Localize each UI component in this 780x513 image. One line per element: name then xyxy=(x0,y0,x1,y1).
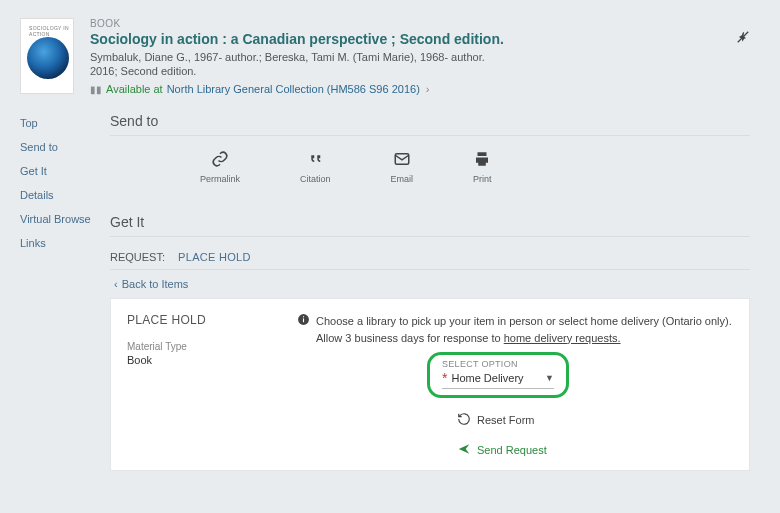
panel-title: PLACE HOLD xyxy=(127,313,277,327)
record-type-label: BOOK xyxy=(90,18,760,29)
hold-instruction: Choose a library to pick up your item in… xyxy=(297,313,733,346)
cover-thumbnail: SOCIOLOGY IN ACTION xyxy=(20,18,74,94)
info-icon xyxy=(297,313,310,346)
pickup-select[interactable]: * Home Delivery ▼ xyxy=(442,369,554,389)
pickup-select-highlight: SELECT OPTION * Home Delivery ▼ xyxy=(427,352,569,398)
back-label: Back to Items xyxy=(122,278,189,290)
send-to-actions: Permalink Citation Email xyxy=(110,150,750,184)
nav-top[interactable]: Top xyxy=(20,117,110,129)
place-hold-link[interactable]: PLACE HOLD xyxy=(178,251,251,263)
print-button[interactable]: Print xyxy=(473,150,492,184)
chevron-down-icon: ▼ xyxy=(545,373,554,383)
refresh-icon xyxy=(457,412,471,428)
send-request-button[interactable]: Send Request xyxy=(457,442,733,458)
email-label: Email xyxy=(391,174,414,184)
request-label: REQUEST: xyxy=(110,251,165,263)
material-type-label: Material Type xyxy=(127,341,277,352)
select-caption: SELECT OPTION xyxy=(442,359,554,369)
svg-rect-4 xyxy=(303,316,304,317)
print-label: Print xyxy=(473,174,492,184)
email-button[interactable]: Email xyxy=(391,150,414,184)
citation-button[interactable]: Citation xyxy=(300,150,331,184)
availability-status: Available at xyxy=(106,83,163,95)
nav-links[interactable]: Links xyxy=(20,237,110,249)
pickup-select-value: Home Delivery xyxy=(451,372,523,384)
send-request-label: Send Request xyxy=(477,444,547,456)
back-to-items-link[interactable]: ‹ Back to Items xyxy=(114,278,750,290)
send-to-heading: Send to xyxy=(110,113,750,136)
citation-label: Citation xyxy=(300,174,331,184)
section-nav: Top Send to Get It Details Virtual Brows… xyxy=(20,113,110,471)
quote-icon xyxy=(306,150,324,171)
link-icon xyxy=(211,150,229,171)
book-spine-icon: ▮▮ xyxy=(90,84,102,95)
nav-details[interactable]: Details xyxy=(20,189,110,201)
pin-icon[interactable] xyxy=(736,30,750,47)
record-edition: 2016; Second edition. xyxy=(90,65,760,77)
instruction-link[interactable]: home delivery requests. xyxy=(504,332,621,344)
chevron-left-icon: ‹ xyxy=(114,278,118,290)
send-icon xyxy=(457,442,471,458)
get-it-heading: Get It xyxy=(110,214,750,237)
svg-rect-3 xyxy=(303,318,304,322)
required-star-icon: * xyxy=(442,371,447,385)
permalink-button[interactable]: Permalink xyxy=(200,150,240,184)
print-icon xyxy=(473,150,491,171)
availability-location[interactable]: North Library General Collection (HM586 … xyxy=(167,83,420,95)
reset-form-button[interactable]: Reset Form xyxy=(457,412,733,428)
mail-icon xyxy=(393,150,411,171)
place-hold-panel: PLACE HOLD Material Type Book Choose a l… xyxy=(110,298,750,471)
record-header: SOCIOLOGY IN ACTION BOOK Sociology in ac… xyxy=(20,18,760,95)
nav-virtual-browse[interactable]: Virtual Browse xyxy=(20,213,110,225)
material-type-value: Book xyxy=(127,354,277,366)
nav-send-to[interactable]: Send to xyxy=(20,141,110,153)
record-title[interactable]: Sociology in action : a Canadian perspec… xyxy=(90,31,760,47)
nav-get-it[interactable]: Get It xyxy=(20,165,110,177)
record-authors: Symbaluk, Diane G., 1967- author.; Beres… xyxy=(90,51,760,63)
reset-form-label: Reset Form xyxy=(477,414,534,426)
permalink-label: Permalink xyxy=(200,174,240,184)
chevron-right-icon[interactable]: › xyxy=(426,83,430,95)
